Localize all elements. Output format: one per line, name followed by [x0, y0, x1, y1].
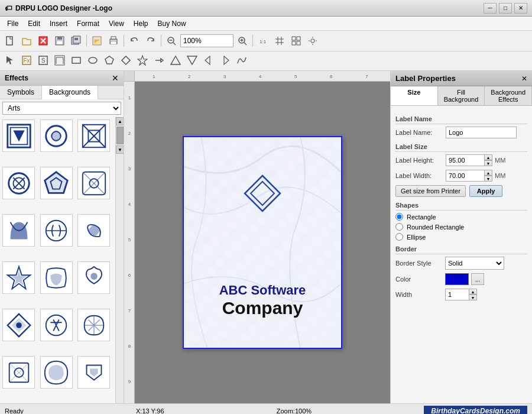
- label-name-input[interactable]: [446, 127, 517, 138]
- close-doc-button[interactable]: [35, 34, 51, 48]
- print-button[interactable]: [106, 34, 121, 48]
- star-button[interactable]: [135, 53, 150, 67]
- symbol-15[interactable]: [77, 309, 110, 341]
- symbol-13[interactable]: [2, 309, 35, 341]
- symbol-11[interactable]: [40, 261, 73, 294]
- label-properties-close[interactable]: ✕: [521, 75, 527, 83]
- border-width-spinbox: ▲ ▼: [445, 289, 477, 300]
- curve-button[interactable]: [234, 53, 249, 67]
- symbol-3[interactable]: [77, 119, 110, 152]
- svg-marker-45: [122, 56, 130, 64]
- shape-rounded-radio[interactable]: [395, 223, 403, 231]
- menu-buynow[interactable]: Buy Now: [153, 17, 191, 30]
- undo-button[interactable]: [126, 34, 142, 48]
- category-select[interactable]: Arts Business Nature Sports Technology: [2, 102, 121, 115]
- width-spin-down[interactable]: ▼: [484, 176, 492, 182]
- symbol-18[interactable]: [77, 356, 110, 389]
- menu-format[interactable]: Format: [72, 17, 104, 30]
- get-size-printer-button[interactable]: Get size from Printer: [395, 185, 466, 197]
- apply-button[interactable]: Apply: [469, 185, 503, 197]
- symbol-12[interactable]: [77, 261, 110, 294]
- rp-tab-size[interactable]: Size: [391, 86, 438, 105]
- border-width-spin-btns: ▲ ▼: [469, 289, 477, 300]
- new-button[interactable]: [2, 34, 18, 48]
- close-button[interactable]: ✕: [514, 3, 527, 14]
- maximize-button[interactable]: □: [499, 3, 512, 14]
- diamond-button[interactable]: [118, 53, 134, 67]
- border-width-spin-down[interactable]: ▼: [469, 295, 477, 300]
- ruler-corner: [124, 71, 135, 82]
- menu-edit[interactable]: Edit: [23, 17, 45, 30]
- height-spin-down[interactable]: ▼: [484, 160, 492, 166]
- menu-insert[interactable]: Insert: [45, 17, 72, 30]
- save-all-button[interactable]: [69, 34, 84, 48]
- symbol-2[interactable]: [40, 119, 73, 152]
- zoom-out-button[interactable]: [164, 34, 179, 48]
- text-button[interactable]: [52, 53, 67, 67]
- redo-button[interactable]: [143, 34, 158, 48]
- arrow-button[interactable]: [151, 53, 167, 67]
- polygon-button[interactable]: [102, 53, 117, 67]
- rp-tab-effects[interactable]: Background Effects: [485, 86, 532, 105]
- scroll-thumb[interactable]: [116, 127, 124, 144]
- minimize-button[interactable]: ─: [484, 3, 497, 14]
- rect-button[interactable]: [69, 53, 84, 67]
- open-button[interactable]: [19, 34, 34, 48]
- panel-scroll-down[interactable]: ▼: [116, 145, 124, 154]
- label-properties-content: Label Name Label Name: Label Size Label …: [391, 106, 532, 403]
- symbol-6[interactable]: [77, 167, 110, 199]
- shape-ellipse-radio[interactable]: [395, 233, 403, 241]
- grid-button[interactable]: [272, 34, 287, 48]
- svg-rect-6: [57, 41, 63, 44]
- menu-help[interactable]: Help: [129, 17, 153, 30]
- svg-marker-36: [7, 56, 13, 64]
- rp-tab-fill[interactable]: Fill Background: [438, 86, 485, 105]
- symbol-1[interactable]: [2, 119, 35, 152]
- symbol-7[interactable]: [2, 214, 35, 247]
- symbol-4[interactable]: [2, 167, 35, 199]
- tab-symbols[interactable]: Symbols: [0, 86, 42, 99]
- symbol-10[interactable]: [2, 261, 35, 294]
- border-width-input[interactable]: [445, 289, 469, 300]
- effects-panel-close[interactable]: ✕: [112, 73, 119, 83]
- ellipse-button[interactable]: [85, 53, 100, 67]
- zoom-in-button[interactable]: [235, 34, 250, 48]
- svg-rect-75: [135, 71, 390, 82]
- triangle-down-button[interactable]: [184, 53, 200, 67]
- effects-button[interactable]: Fx: [19, 53, 34, 67]
- label-canvas[interactable]: ABC Software Company: [183, 136, 342, 349]
- symbol-17[interactable]: [40, 356, 73, 389]
- arrow-left-button[interactable]: [218, 53, 233, 67]
- label-width-input[interactable]: [446, 170, 484, 182]
- symbol-14[interactable]: [40, 309, 73, 341]
- actual-size-button[interactable]: 1:1: [255, 34, 271, 48]
- border-width-spin-up[interactable]: ▲: [469, 289, 477, 295]
- symbols-button[interactable]: S: [35, 53, 51, 67]
- border-style-select[interactable]: Solid Dashed Dotted None: [445, 257, 504, 270]
- symbol-5[interactable]: [40, 167, 73, 199]
- select-button[interactable]: [2, 53, 18, 67]
- menu-view[interactable]: View: [104, 17, 129, 30]
- import-button[interactable]: 📂: [89, 34, 105, 48]
- svg-marker-94: [251, 182, 274, 205]
- symbol-16[interactable]: [2, 356, 35, 389]
- grid2-button[interactable]: [288, 34, 304, 48]
- border-color-swatch[interactable]: [445, 273, 469, 285]
- menu-file[interactable]: File: [2, 17, 23, 30]
- symbol-8[interactable]: [40, 214, 73, 247]
- width-spin-up[interactable]: ▲: [484, 170, 492, 176]
- tab-backgrounds[interactable]: Backgrounds: [42, 86, 98, 99]
- height-spin-up[interactable]: ▲: [484, 154, 492, 160]
- border-style-row: Border Style Solid Dashed Dotted None: [395, 257, 527, 270]
- border-color-picker-btn[interactable]: ...: [471, 273, 484, 285]
- arrow-right-button[interactable]: [201, 53, 216, 67]
- label-height-input[interactable]: [446, 154, 484, 166]
- shape-rounded-row: Rounded Rectangle: [395, 223, 527, 231]
- save-button[interactable]: [52, 34, 67, 48]
- symbol-9[interactable]: [77, 214, 110, 247]
- panel-scroll-up[interactable]: ▲: [116, 117, 124, 125]
- properties-button[interactable]: [305, 34, 320, 48]
- toolbar-row-1: 📂 100% 1:1: [2, 32, 530, 50]
- triangle-up-button[interactable]: [168, 53, 183, 67]
- shape-rectangle-radio[interactable]: [395, 213, 403, 221]
